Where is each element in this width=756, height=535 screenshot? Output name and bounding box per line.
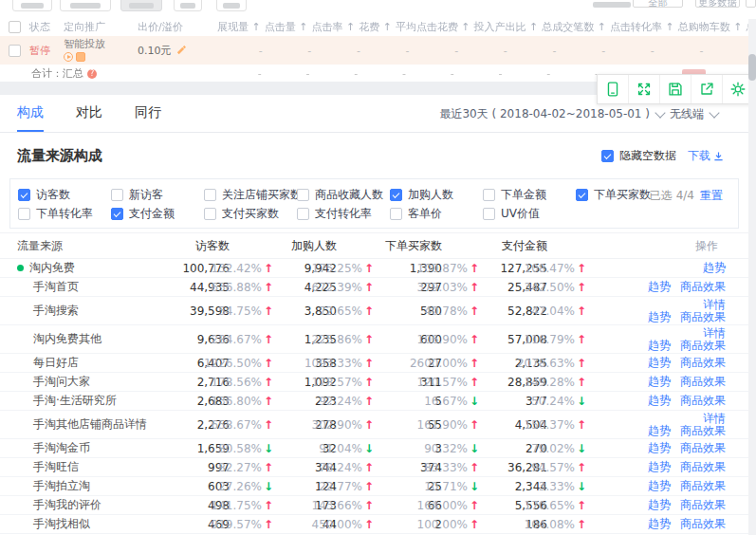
ad-metric-header[interactable]: 总成交笔数 ↑ — [542, 20, 610, 34]
ad-metric-header[interactable]: 投入产出比 ↑ — [474, 20, 543, 34]
tab-构成[interactable]: 构成 — [17, 95, 44, 132]
metric-checkbox[interactable] — [483, 189, 495, 201]
metric-checkbox[interactable] — [204, 189, 216, 201]
metric-change: 116.79%↑ — [547, 333, 586, 346]
product-link[interactable]: 商品效果 — [680, 516, 726, 532]
trend-link[interactable]: 趋势 — [648, 279, 671, 295]
source-name-cell: 手淘淘金币 — [0, 440, 171, 456]
tab-同行[interactable]: 同行 — [135, 95, 161, 132]
ad-metric-header[interactable]: 点击量 ↑ — [265, 20, 312, 34]
fullscreen-icon[interactable] — [628, 75, 659, 103]
empty-value: - — [414, 45, 463, 57]
help-icon[interactable]: ? — [87, 69, 97, 79]
edit-pencil-icon[interactable] — [175, 46, 186, 56]
product-effect-link[interactable]: 商品效果 — [680, 425, 726, 437]
ad-toolbar-button[interactable] — [120, 0, 162, 11]
scrollbar-track[interactable] — [748, 19, 756, 535]
ad-metric-header[interactable]: 展现量 ↑ — [217, 20, 265, 34]
collapse-button[interactable] — [746, 0, 756, 8]
mobile-preview-icon[interactable] — [598, 75, 628, 103]
trend-link[interactable]: 趋势 — [648, 459, 671, 475]
metric-checkbox[interactable] — [18, 189, 30, 201]
detail-link[interactable]: 详情 — [703, 299, 726, 311]
trend-link[interactable]: 趋势 — [648, 355, 671, 371]
product-link[interactable]: 商品效果 — [680, 393, 726, 409]
metric-checkbox[interactable] — [390, 208, 402, 220]
arrow-down-icon: ↓ — [264, 480, 273, 493]
ad-metric-header[interactable]: 花费 ↑ — [359, 20, 396, 34]
ad-metric-header[interactable]: 平均点击花费 ↑ — [396, 20, 474, 34]
arrow-up-icon: ↑ — [470, 461, 479, 474]
trend-link[interactable]: 趋势 — [648, 311, 671, 323]
arrow-up-icon: ↑ — [470, 333, 479, 346]
arrow-up-icon: ↑ — [264, 395, 273, 408]
detail-link[interactable]: 详情 — [703, 413, 726, 425]
metric-filter-item: 下单转化率 — [18, 206, 111, 222]
product-link[interactable]: 商品效果 — [680, 374, 726, 390]
source-name: 手淘拍立淘 — [33, 478, 90, 494]
product-effect-link[interactable]: 商品效果 — [680, 311, 726, 323]
arrow-up-icon: ↑ — [364, 395, 374, 408]
pct-value: 150.37% — [525, 418, 575, 432]
metric-checkbox[interactable] — [576, 189, 588, 201]
play-icon[interactable] — [64, 52, 73, 62]
ad-toolbar-button[interactable] — [12, 0, 52, 11]
arrow-up-icon: ↑ — [264, 499, 273, 512]
product-link[interactable]: 商品效果 — [680, 279, 726, 295]
metric-checkbox[interactable] — [18, 208, 30, 220]
trend-link[interactable]: 趋势 — [648, 478, 671, 494]
metric-checkbox[interactable] — [297, 208, 309, 220]
more-data-button[interactable]: 更多数据 — [695, 0, 740, 8]
product-effect-link[interactable]: 商品效果 — [680, 340, 726, 352]
trend-link[interactable]: 趋势 — [648, 516, 671, 532]
select-all-checkbox[interactable] — [9, 21, 21, 33]
trend-link[interactable]: 趋势 — [648, 340, 671, 352]
trend-link[interactable]: 趋势 — [648, 393, 671, 409]
status-paused: 暂停 — [29, 44, 64, 58]
product-link[interactable]: 商品效果 — [680, 459, 726, 475]
detail-link[interactable]: 详情 — [703, 327, 726, 340]
ad-toolbar-button[interactable] — [216, 0, 247, 11]
arrow-up-icon: ↑ — [577, 518, 586, 531]
product-link[interactable]: 商品效果 — [680, 355, 726, 371]
metric-filter-item: 访客数 — [18, 187, 111, 203]
pct-value: 379.03% — [417, 281, 468, 294]
pct-value: 164.00% — [417, 499, 468, 512]
metric-checkbox[interactable] — [390, 189, 402, 201]
metric-checkbox[interactable] — [204, 208, 216, 220]
metric-filter-item: 商品收藏人数 — [297, 187, 390, 203]
metric-checkbox[interactable] — [483, 208, 495, 220]
download-link[interactable]: 下载 — [688, 148, 710, 164]
metric-change: 100.87%↑ — [442, 262, 479, 275]
hide-empty-checkbox[interactable] — [601, 150, 614, 162]
campaign-name[interactable]: 智能投放 — [64, 38, 105, 50]
metric-checkbox[interactable] — [111, 208, 123, 220]
product-link[interactable]: 商品效果 — [680, 478, 726, 494]
trend-link[interactable]: 趋势 — [703, 260, 726, 276]
ad-filter-select[interactable]: 全部 — [633, 0, 683, 8]
row-checkbox[interactable] — [9, 45, 21, 57]
table-row: 手淘·生活研究所2,683136.80%↑22392.24%↑516.67%↓3… — [0, 392, 748, 411]
scrollbar-thumb[interactable] — [748, 54, 756, 81]
ad-metric-header[interactable]: 总购物车数 ↑ — [678, 20, 747, 34]
product-link[interactable]: 商品效果 — [680, 440, 726, 456]
arrow-down-icon: ↓ — [364, 442, 374, 455]
trend-link[interactable]: 趋势 — [648, 425, 671, 437]
trend-link[interactable]: 趋势 — [648, 374, 671, 390]
product-link[interactable]: 商品效果 — [680, 497, 726, 513]
share-export-icon[interactable] — [691, 75, 722, 103]
background-ad-campaign-table: 全部 更多数据 状态 定向推广 出价/溢价 展现量 ↑点击量 ↑点击率 ↑花费 … — [0, 0, 756, 82]
ad-toolbar-button[interactable] — [60, 0, 111, 11]
trend-link[interactable]: 趋势 — [648, 497, 671, 513]
ad-metric-header[interactable]: 点击率 ↑ — [311, 20, 359, 34]
source-name-cell: 手淘搜索 — [0, 303, 171, 319]
save-icon[interactable] — [659, 75, 691, 103]
ad-metric-header[interactable]: 点击转化率 ↑ — [610, 20, 678, 34]
metric-checkbox[interactable] — [111, 189, 123, 201]
ad-toolbar-button[interactable] — [174, 0, 202, 11]
arrow-up-icon: ↑ — [264, 418, 273, 432]
trend-link[interactable]: 趋势 — [648, 440, 671, 456]
metric-checkbox[interactable] — [297, 189, 309, 201]
reset-link[interactable]: 重置 — [700, 188, 723, 204]
tab-对比[interactable]: 对比 — [76, 95, 102, 132]
